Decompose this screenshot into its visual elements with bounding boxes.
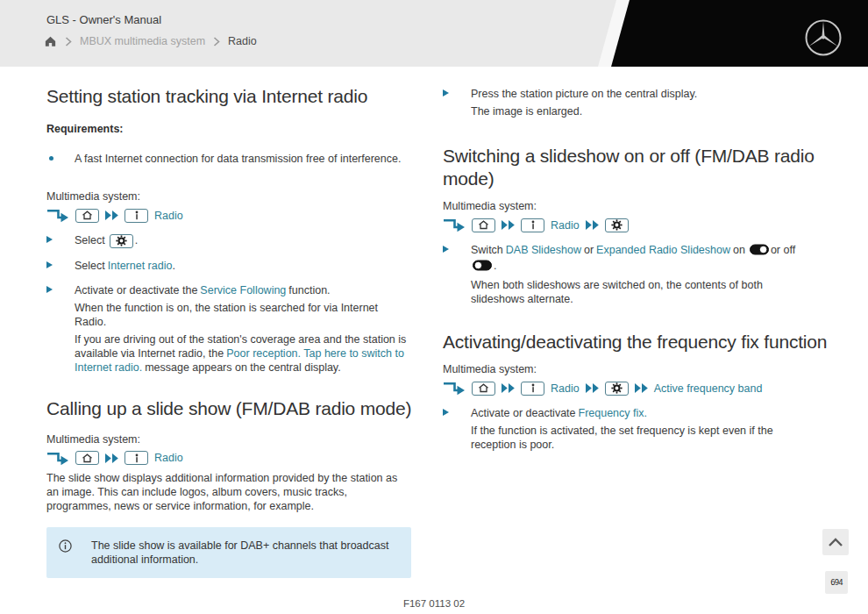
header-bar: GLS - Owner's Manual MBUX multimedia sys… bbox=[0, 0, 868, 67]
chevron-right-icon bbox=[213, 37, 220, 46]
toggle-off-icon bbox=[473, 261, 492, 274]
toggle-on-icon bbox=[750, 246, 769, 258]
double-chevron-icon bbox=[502, 220, 515, 230]
step-text: Select bbox=[75, 234, 105, 246]
home-screen-key-icon bbox=[472, 382, 495, 396]
double-chevron-icon bbox=[586, 220, 599, 230]
requirement-text: A fast Internet connection for data tran… bbox=[75, 152, 401, 166]
home-screen-key-icon bbox=[75, 209, 99, 223]
chevron-right-icon bbox=[65, 37, 72, 46]
step-text: on bbox=[733, 244, 745, 256]
step-switch-slideshow: SwitchDAB SlideshoworExpanded Radio Slid… bbox=[443, 243, 815, 306]
radio-antenna-key-icon bbox=[125, 451, 148, 465]
breadcrumb-item-radio[interactable]: Radio bbox=[228, 35, 257, 47]
radio-antenna-key-icon bbox=[521, 218, 544, 232]
bullet-dot-icon bbox=[49, 156, 53, 161]
step-text: or bbox=[584, 244, 594, 256]
double-chevron-icon bbox=[502, 383, 515, 393]
info-note-box: The slide show is available for DAB+ cha… bbox=[46, 527, 411, 578]
radio-menu-link[interactable]: Radio bbox=[551, 218, 580, 232]
step-text: . bbox=[172, 260, 174, 272]
step-text: or off bbox=[771, 244, 795, 256]
multimedia-system-label: Multimedia system: bbox=[46, 189, 411, 203]
active-frequency-band-link[interactable]: Active frequency band bbox=[654, 382, 763, 396]
path-arrow-icon bbox=[46, 208, 69, 223]
double-chevron-icon bbox=[586, 383, 599, 393]
mercedes-benz-logo-icon bbox=[803, 18, 843, 58]
settings-gear-key-icon bbox=[110, 234, 133, 248]
step-text: Switch bbox=[471, 244, 503, 256]
step-triangle-icon bbox=[46, 261, 53, 268]
radio-antenna-key-icon bbox=[125, 209, 148, 223]
step-note: When both slideshows are switched on, th… bbox=[471, 278, 815, 306]
step-note: If you are driving out of the station's … bbox=[75, 332, 411, 375]
step-text: . bbox=[494, 260, 496, 272]
home-screen-key-icon bbox=[472, 218, 495, 232]
service-following-link[interactable]: Service Following bbox=[200, 284, 286, 296]
step-frequency-fix: Activate or deactivateFrequency fix. If … bbox=[443, 406, 815, 452]
step-triangle-icon bbox=[46, 236, 53, 243]
requirement-item: A fast Internet connection for data tran… bbox=[46, 152, 411, 166]
step-press-picture: Press the station picture on the central… bbox=[443, 87, 815, 118]
breadcrumb: MBUX multimedia system Radio bbox=[44, 35, 257, 47]
double-chevron-icon bbox=[635, 383, 648, 393]
right-column: Press the station picture on the central… bbox=[443, 87, 815, 452]
step-text: Select bbox=[75, 260, 105, 272]
radio-antenna-key-icon bbox=[521, 382, 544, 396]
radio-menu-link[interactable]: Radio bbox=[551, 382, 580, 396]
step-note: If the function is activated, the set fr… bbox=[471, 424, 815, 452]
manual-title: GLS - Owner's Manual bbox=[46, 13, 161, 26]
step-text: Activate or deactivate the bbox=[75, 284, 197, 296]
figure-code: F167 0113 02 bbox=[0, 598, 868, 609]
step-triangle-icon bbox=[443, 409, 449, 416]
menu-path-row: Radio Active frequency band bbox=[443, 381, 815, 396]
internet-radio-link[interactable]: Internet radio bbox=[108, 260, 173, 272]
double-chevron-icon bbox=[105, 211, 118, 220]
path-arrow-icon bbox=[443, 218, 466, 232]
home-screen-key-icon bbox=[75, 451, 99, 465]
step-select-internet-radio: SelectInternet radio. bbox=[46, 259, 411, 273]
path-arrow-icon bbox=[443, 381, 466, 396]
path-arrow-icon bbox=[46, 451, 69, 466]
section-heading-slideshow-switch: Switching a slideshow on or off (FM/DAB … bbox=[443, 145, 815, 190]
step-note: The image is enlarged. bbox=[471, 104, 815, 118]
frequency-fix-link[interactable]: Frequency fix. bbox=[579, 407, 648, 419]
step-triangle-icon bbox=[443, 89, 449, 96]
multimedia-system-label: Multimedia system: bbox=[46, 432, 411, 446]
requirements-label: Requirements: bbox=[46, 122, 411, 136]
menu-path-row: Radio bbox=[46, 451, 411, 466]
step-text: . bbox=[135, 234, 138, 246]
step-select-settings: Select. bbox=[46, 233, 411, 248]
settings-gear-key-icon bbox=[605, 218, 629, 232]
multimedia-system-label: Multimedia system: bbox=[443, 199, 815, 213]
section-heading-slide-show: Calling up a slide show (FM/DAB radio mo… bbox=[46, 397, 411, 420]
section-heading-station-tracking: Setting station tracking via Internet ra… bbox=[46, 85, 411, 108]
multimedia-system-label: Multimedia system: bbox=[443, 362, 815, 376]
page-glyph-button[interactable]: 694 bbox=[825, 571, 848, 594]
menu-path-row: Radio bbox=[443, 218, 815, 232]
info-icon bbox=[59, 539, 72, 567]
radio-menu-link[interactable]: Radio bbox=[154, 451, 183, 465]
section-heading-frequency-fix: Activating/deactivating the frequency fi… bbox=[443, 331, 829, 353]
double-chevron-icon bbox=[105, 453, 118, 463]
radio-menu-link[interactable]: Radio bbox=[154, 209, 183, 223]
expanded-radio-slideshow-link[interactable]: Expanded Radio Slideshow bbox=[596, 244, 730, 256]
step-text: Press the station picture on the central… bbox=[471, 88, 697, 100]
left-column: Setting station tracking via Internet ra… bbox=[46, 85, 411, 578]
step-note: When the function is on, the station is … bbox=[75, 301, 411, 329]
scroll-to-top-button[interactable] bbox=[822, 529, 849, 555]
settings-gear-key-icon bbox=[605, 382, 629, 396]
step-service-following: Activate or deactivate theService Follow… bbox=[46, 283, 411, 375]
dab-slideshow-link[interactable]: DAB Slideshow bbox=[506, 244, 581, 256]
step-text: function. bbox=[288, 284, 330, 296]
info-note-text: The slide show is available for DAB+ cha… bbox=[91, 539, 397, 567]
step-triangle-icon bbox=[443, 246, 449, 253]
breadcrumb-item-mbux[interactable]: MBUX multimedia system bbox=[80, 35, 205, 47]
step-triangle-icon bbox=[46, 286, 53, 293]
menu-path-row: Radio bbox=[46, 208, 411, 223]
note-text: message appears on the central display. bbox=[145, 361, 341, 374]
chevron-up-icon bbox=[828, 538, 843, 547]
slide-show-paragraph: The slide show displays additional infor… bbox=[46, 471, 411, 513]
step-text: Activate or deactivate bbox=[471, 407, 576, 419]
home-icon[interactable] bbox=[44, 35, 57, 47]
